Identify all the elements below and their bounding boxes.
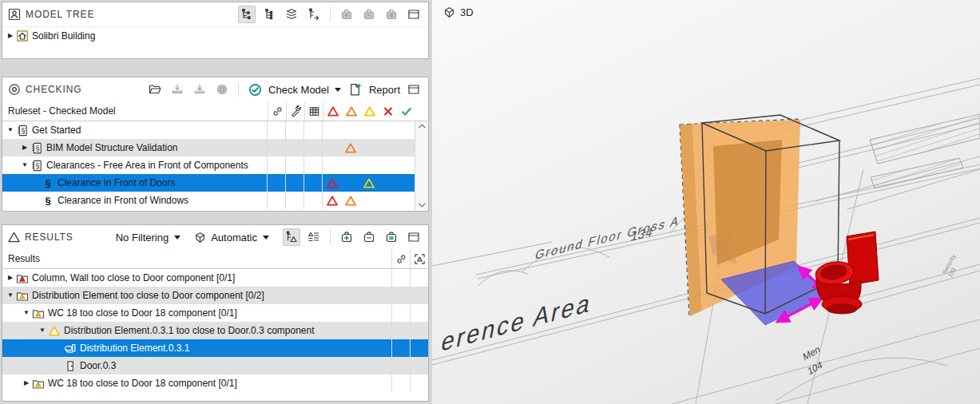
assign-basket-button[interactable]	[383, 228, 400, 246]
tree-item-solibri-building[interactable]: ▶ Solibri Building	[2, 27, 428, 45]
export-button[interactable]	[191, 81, 208, 98]
results-title: RESULTS	[25, 232, 73, 243]
link-column-header[interactable]	[391, 249, 410, 268]
rule-row-clearances[interactable]: ▼ § Clearances - Free Area in Front of C…	[2, 156, 415, 174]
view-mode-dropdown-label[interactable]: Automatic	[211, 232, 257, 244]
scroll-up-icon[interactable]	[418, 123, 427, 129]
chevron-down-icon[interactable]	[173, 235, 181, 240]
checking-panel: CHECKING	[2, 77, 429, 212]
report-label[interactable]: Report	[369, 84, 400, 96]
rule-row-clearance-windows[interactable]: § Clearance in Front of Windows	[2, 192, 415, 209]
expander-expanded-icon[interactable]: ▼	[20, 162, 30, 168]
expander-expanded-icon[interactable]: ▼	[6, 292, 15, 299]
check-model-button[interactable]	[246, 81, 264, 98]
accept-check-icon	[401, 106, 412, 117]
result-row[interactable]: Door.0.3	[2, 357, 428, 374]
result-row[interactable]: ▼ Distribution Element.0.3.1 too close t…	[2, 322, 428, 339]
expander-collapsed-icon[interactable]: ▶	[22, 380, 31, 386]
basket-set-button[interactable]	[383, 6, 400, 23]
panel-menu-button[interactable]	[405, 228, 423, 246]
record-button[interactable]	[213, 81, 231, 98]
accepted-column-header[interactable]	[397, 101, 415, 121]
basket-add-button[interactable]	[338, 6, 355, 23]
expander-collapsed-icon[interactable]: ▶	[20, 145, 30, 151]
table-icon	[308, 105, 320, 117]
rule-row-bim-validation[interactable]: ▶ § BIM Model Structure Validation	[2, 139, 415, 156]
report-button[interactable]	[347, 81, 364, 98]
results-rows: ▶ Column, Wall too close to Door compone…	[2, 269, 428, 400]
red-triangle-icon	[327, 196, 338, 206]
red-severity-column-header[interactable]	[323, 101, 342, 121]
result-row[interactable]: ▼ Distribution Element too close to Door…	[2, 287, 428, 304]
yellow-triangle-icon	[364, 106, 375, 117]
panel-menu-button[interactable]	[405, 81, 423, 98]
model-tree-panel-icon	[8, 8, 21, 21]
hierarchy-tree-icon	[263, 8, 276, 21]
import-button[interactable]	[169, 81, 186, 98]
results-table-header-label: Results	[2, 253, 391, 264]
results-list-view-button[interactable]	[305, 228, 323, 246]
expander-expanded-icon[interactable]: ▼	[22, 310, 31, 316]
orange-severity-column-header[interactable]	[342, 101, 360, 121]
rule-row-get-started[interactable]: ▼ § Get Started	[2, 121, 415, 139]
door-icon	[64, 360, 77, 372]
expander-collapsed-icon[interactable]: ▶	[6, 33, 15, 39]
scroll-down-icon[interactable]	[418, 202, 427, 208]
hierarchy-tree-button[interactable]	[260, 6, 278, 23]
containment-tree-icon	[240, 8, 253, 21]
rejected-column-header[interactable]	[379, 101, 397, 121]
reject-basket-button[interactable]	[360, 228, 378, 246]
locate-in-tree-button[interactable]	[305, 6, 323, 23]
chevron-down-icon[interactable]	[262, 235, 270, 240]
toolbar-separator	[330, 7, 331, 22]
result-row[interactable]: ▼ WC 18 too close to Door 18 component […	[2, 304, 428, 322]
open-ruleset-button[interactable]	[146, 81, 164, 98]
chevron-down-icon[interactable]	[334, 87, 342, 93]
rule-row-label: Get Started	[30, 125, 267, 136]
zoom-selection-column-header[interactable]	[410, 249, 428, 268]
panel-menu-button[interactable]	[405, 6, 423, 23]
result-row-label: Distribution Element.0.3.1 too close to …	[61, 325, 391, 336]
accept-basket-button[interactable]	[338, 228, 355, 246]
orange-triangle-icon	[345, 196, 356, 206]
results-tree-view-button[interactable]	[283, 228, 300, 246]
model-tree-header: MODEL TREE	[2, 2, 428, 27]
report-icon	[348, 83, 362, 97]
3d-viewport[interactable]: Ground Floor Gross A 134 erence Area Men…	[432, 0, 980, 404]
result-row-label: WC 18 too close to Door 18 component [0/…	[46, 307, 391, 319]
result-row[interactable]: ▶ WC 18 too close to Door 18 component […	[2, 374, 428, 392]
orange-triangle-icon	[345, 143, 356, 153]
basket-remove-button[interactable]	[360, 6, 378, 23]
result-row[interactable]: ▶ Column, Wall too close to Door compone…	[2, 269, 428, 287]
basket-add-icon	[340, 8, 353, 21]
yellow-triangle-icon	[363, 178, 375, 188]
rule-row-clearance-doors[interactable]: § Clearance in Front of Doors	[2, 174, 415, 192]
table-column-header[interactable]	[304, 101, 323, 121]
settings-column-header[interactable]	[286, 101, 304, 121]
locate-in-tree-icon	[307, 8, 320, 21]
expander-collapsed-icon[interactable]: ▶	[6, 275, 15, 281]
link-icon	[395, 253, 407, 265]
rule-row-label: Clearance in Front of Windows	[55, 195, 267, 206]
result-row-selected-component[interactable]: Distribution Element.0.3.1	[2, 339, 428, 357]
panel-menu-icon	[407, 231, 420, 244]
result-row-label: Distribution Element.0.3.1	[77, 343, 391, 354]
tree-item-label: Solibri Building	[30, 30, 428, 42]
link-column-header[interactable]	[268, 101, 286, 121]
check-model-label[interactable]: Check Model	[268, 84, 329, 96]
expander-expanded-icon[interactable]: ▼	[6, 127, 15, 133]
results-panel-icon	[8, 232, 20, 243]
results-header: RESULTS No Filtering Automatic	[2, 225, 428, 249]
import-icon	[171, 83, 184, 96]
checking-scrollbar[interactable]	[415, 121, 428, 210]
layers-tree-button[interactable]	[283, 6, 300, 23]
results-list-icon	[307, 231, 320, 244]
svg-text:§: §	[35, 161, 39, 169]
link-icon	[272, 105, 284, 117]
yellow-severity-column-header[interactable]	[360, 101, 379, 121]
section-sign-icon: §	[45, 178, 50, 188]
checking-table-header-label: Ruleset - Checked Model	[2, 105, 268, 117]
filtering-dropdown-label[interactable]: No Filtering	[116, 232, 169, 244]
expander-expanded-icon[interactable]: ▼	[38, 327, 47, 334]
containment-tree-button[interactable]	[238, 6, 256, 23]
